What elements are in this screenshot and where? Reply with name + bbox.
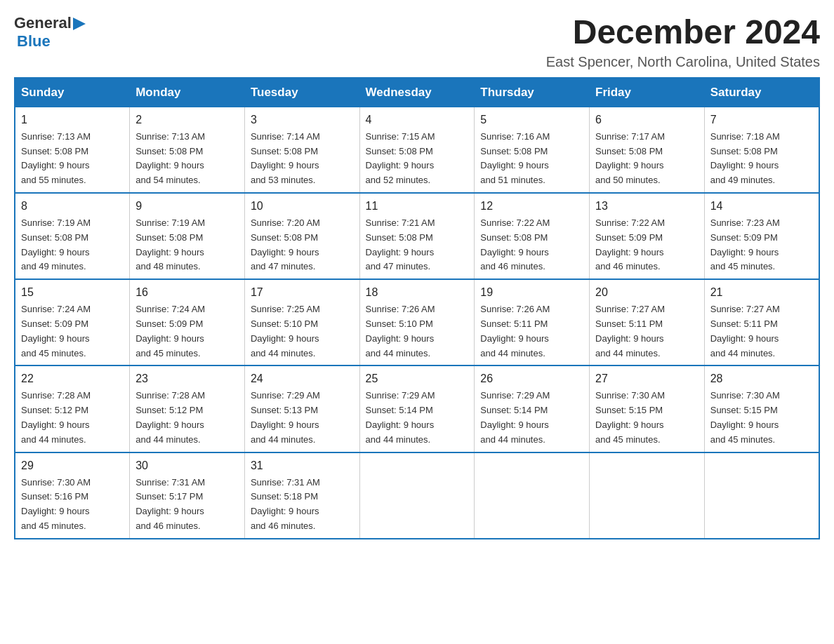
- calendar-header-friday: Friday: [590, 78, 705, 107]
- calendar-day-cell: 27Sunrise: 7:30 AMSunset: 5:15 PMDayligh…: [590, 365, 705, 452]
- month-title: December 2024: [546, 14, 820, 51]
- calendar-week-row: 8Sunrise: 7:19 AMSunset: 5:08 PMDaylight…: [15, 193, 819, 279]
- day-info: Sunrise: 7:29 AMSunset: 5:14 PMDaylight:…: [480, 389, 583, 447]
- day-number: 31: [251, 457, 354, 474]
- calendar-day-cell: 7Sunrise: 7:18 AMSunset: 5:08 PMDaylight…: [704, 107, 819, 193]
- calendar-day-cell: 19Sunrise: 7:26 AMSunset: 5:11 PMDayligh…: [475, 279, 590, 365]
- day-number: 8: [21, 198, 124, 215]
- day-info: Sunrise: 7:30 AMSunset: 5:15 PMDaylight:…: [710, 389, 813, 447]
- day-info: Sunrise: 7:19 AMSunset: 5:08 PMDaylight:…: [135, 216, 239, 274]
- day-info: Sunrise: 7:28 AMSunset: 5:12 PMDaylight:…: [135, 389, 239, 447]
- day-info: Sunrise: 7:21 AMSunset: 5:08 PMDaylight:…: [366, 216, 469, 274]
- page-header: General Blue December 2024 East Spencer,…: [14, 14, 820, 70]
- day-info: Sunrise: 7:27 AMSunset: 5:11 PMDaylight:…: [710, 302, 813, 361]
- day-info: Sunrise: 7:30 AMSunset: 5:16 PMDaylight:…: [21, 476, 124, 534]
- calendar-header-sunday: Sunday: [15, 78, 130, 107]
- calendar-header-row: SundayMondayTuesdayWednesdayThursdayFrid…: [15, 78, 819, 107]
- day-number: 28: [710, 370, 813, 387]
- day-number: 29: [21, 457, 124, 474]
- day-number: 2: [135, 112, 239, 128]
- calendar-week-row: 15Sunrise: 7:24 AMSunset: 5:09 PMDayligh…: [15, 279, 819, 365]
- day-info: Sunrise: 7:20 AMSunset: 5:08 PMDaylight:…: [251, 216, 354, 274]
- calendar-day-cell: 3Sunrise: 7:14 AMSunset: 5:08 PMDaylight…: [244, 107, 359, 193]
- calendar-day-cell: 17Sunrise: 7:25 AMSunset: 5:10 PMDayligh…: [244, 279, 359, 365]
- calendar-header-thursday: Thursday: [475, 78, 590, 107]
- day-info: Sunrise: 7:28 AMSunset: 5:12 PMDaylight:…: [21, 389, 124, 447]
- calendar-day-cell: 16Sunrise: 7:24 AMSunset: 5:09 PMDayligh…: [130, 279, 245, 365]
- calendar-week-row: 1Sunrise: 7:13 AMSunset: 5:08 PMDaylight…: [15, 107, 819, 193]
- day-number: 7: [710, 112, 813, 128]
- calendar-header-tuesday: Tuesday: [244, 78, 359, 107]
- day-info: Sunrise: 7:25 AMSunset: 5:10 PMDaylight:…: [251, 302, 354, 361]
- calendar-day-cell: 30Sunrise: 7:31 AMSunset: 5:17 PMDayligh…: [130, 452, 245, 539]
- calendar-day-cell: [590, 452, 705, 539]
- day-number: 24: [251, 370, 354, 387]
- calendar-week-row: 22Sunrise: 7:28 AMSunset: 5:12 PMDayligh…: [15, 365, 819, 452]
- day-info: Sunrise: 7:30 AMSunset: 5:15 PMDaylight:…: [595, 389, 699, 447]
- day-info: Sunrise: 7:29 AMSunset: 5:13 PMDaylight:…: [251, 389, 354, 447]
- day-number: 13: [595, 198, 699, 215]
- logo-blue-text: Blue: [17, 32, 51, 51]
- calendar-day-cell: 28Sunrise: 7:30 AMSunset: 5:15 PMDayligh…: [704, 365, 819, 452]
- calendar-day-cell: 11Sunrise: 7:21 AMSunset: 5:08 PMDayligh…: [359, 193, 475, 279]
- calendar-day-cell: 13Sunrise: 7:22 AMSunset: 5:09 PMDayligh…: [590, 193, 705, 279]
- day-info: Sunrise: 7:29 AMSunset: 5:14 PMDaylight:…: [366, 389, 469, 447]
- calendar-day-cell: [359, 452, 475, 539]
- day-number: 27: [595, 370, 699, 387]
- calendar-day-cell: 5Sunrise: 7:16 AMSunset: 5:08 PMDaylight…: [475, 107, 590, 193]
- calendar-day-cell: 31Sunrise: 7:31 AMSunset: 5:18 PMDayligh…: [244, 452, 359, 539]
- logo: General Blue: [14, 14, 86, 51]
- calendar-header-saturday: Saturday: [704, 78, 819, 107]
- day-info: Sunrise: 7:23 AMSunset: 5:09 PMDaylight:…: [710, 216, 813, 274]
- day-info: Sunrise: 7:15 AMSunset: 5:08 PMDaylight:…: [366, 130, 469, 188]
- svg-marker-0: [73, 18, 86, 30]
- day-number: 12: [480, 198, 583, 215]
- day-info: Sunrise: 7:14 AMSunset: 5:08 PMDaylight:…: [251, 130, 354, 188]
- calendar-header-wednesday: Wednesday: [359, 78, 475, 107]
- day-number: 18: [366, 284, 469, 301]
- calendar-day-cell: 4Sunrise: 7:15 AMSunset: 5:08 PMDaylight…: [359, 107, 475, 193]
- day-number: 30: [135, 457, 239, 474]
- day-info: Sunrise: 7:22 AMSunset: 5:09 PMDaylight:…: [595, 216, 699, 274]
- day-number: 20: [595, 284, 699, 301]
- logo-triangle-icon: [73, 18, 86, 30]
- day-number: 11: [366, 198, 469, 215]
- day-number: 15: [21, 284, 124, 301]
- calendar-week-row: 29Sunrise: 7:30 AMSunset: 5:16 PMDayligh…: [15, 452, 819, 539]
- location-title: East Spencer, North Carolina, United Sta…: [546, 54, 820, 70]
- calendar-day-cell: 2Sunrise: 7:13 AMSunset: 5:08 PMDaylight…: [130, 107, 245, 193]
- calendar-day-cell: [475, 452, 590, 539]
- day-info: Sunrise: 7:26 AMSunset: 5:11 PMDaylight:…: [480, 302, 583, 361]
- calendar-day-cell: 24Sunrise: 7:29 AMSunset: 5:13 PMDayligh…: [244, 365, 359, 452]
- calendar-day-cell: 22Sunrise: 7:28 AMSunset: 5:12 PMDayligh…: [15, 365, 130, 452]
- day-info: Sunrise: 7:16 AMSunset: 5:08 PMDaylight:…: [480, 130, 583, 188]
- day-number: 16: [135, 284, 239, 301]
- calendar-day-cell: 20Sunrise: 7:27 AMSunset: 5:11 PMDayligh…: [590, 279, 705, 365]
- title-section: December 2024 East Spencer, North Caroli…: [546, 14, 820, 70]
- day-info: Sunrise: 7:19 AMSunset: 5:08 PMDaylight:…: [21, 216, 124, 274]
- calendar-day-cell: 25Sunrise: 7:29 AMSunset: 5:14 PMDayligh…: [359, 365, 475, 452]
- calendar-day-cell: 29Sunrise: 7:30 AMSunset: 5:16 PMDayligh…: [15, 452, 130, 539]
- calendar-day-cell: 9Sunrise: 7:19 AMSunset: 5:08 PMDaylight…: [130, 193, 245, 279]
- day-info: Sunrise: 7:31 AMSunset: 5:17 PMDaylight:…: [135, 476, 239, 534]
- calendar-day-cell: 1Sunrise: 7:13 AMSunset: 5:08 PMDaylight…: [15, 107, 130, 193]
- calendar-day-cell: 18Sunrise: 7:26 AMSunset: 5:10 PMDayligh…: [359, 279, 475, 365]
- day-number: 1: [21, 112, 124, 128]
- day-number: 22: [21, 370, 124, 387]
- day-number: 17: [251, 284, 354, 301]
- day-info: Sunrise: 7:22 AMSunset: 5:08 PMDaylight:…: [480, 216, 583, 274]
- calendar-day-cell: 14Sunrise: 7:23 AMSunset: 5:09 PMDayligh…: [704, 193, 819, 279]
- day-info: Sunrise: 7:17 AMSunset: 5:08 PMDaylight:…: [595, 130, 699, 188]
- day-number: 14: [710, 198, 813, 215]
- calendar-table: SundayMondayTuesdayWednesdayThursdayFrid…: [14, 77, 820, 539]
- day-info: Sunrise: 7:18 AMSunset: 5:08 PMDaylight:…: [710, 130, 813, 188]
- day-info: Sunrise: 7:24 AMSunset: 5:09 PMDaylight:…: [21, 302, 124, 361]
- day-info: Sunrise: 7:27 AMSunset: 5:11 PMDaylight:…: [595, 302, 699, 361]
- day-number: 10: [251, 198, 354, 215]
- day-info: Sunrise: 7:24 AMSunset: 5:09 PMDaylight:…: [135, 302, 239, 361]
- day-number: 9: [135, 198, 239, 215]
- day-number: 26: [480, 370, 583, 387]
- calendar-day-cell: 26Sunrise: 7:29 AMSunset: 5:14 PMDayligh…: [475, 365, 590, 452]
- day-number: 4: [366, 112, 469, 128]
- calendar-day-cell: 21Sunrise: 7:27 AMSunset: 5:11 PMDayligh…: [704, 279, 819, 365]
